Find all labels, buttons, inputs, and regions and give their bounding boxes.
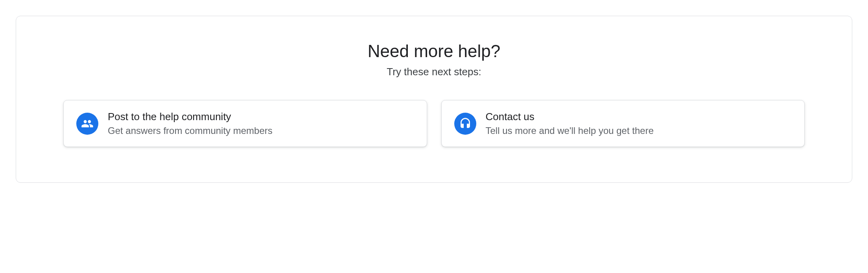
heading: Need more help? — [63, 41, 805, 61]
card-description: Tell us more and we'll help you get ther… — [486, 125, 654, 136]
headset-icon — [454, 113, 476, 135]
community-icon — [76, 113, 98, 135]
card-row: Post to the help community Get answers f… — [63, 100, 805, 147]
card-text: Contact us Tell us more and we'll help y… — [486, 111, 654, 136]
card-text: Post to the help community Get answers f… — [108, 111, 273, 136]
help-panel: Need more help? Try these next steps: Po… — [16, 16, 852, 183]
card-title: Contact us — [486, 111, 654, 123]
contact-us-card[interactable]: Contact us Tell us more and we'll help y… — [441, 100, 805, 147]
card-title: Post to the help community — [108, 111, 273, 123]
post-community-card[interactable]: Post to the help community Get answers f… — [63, 100, 427, 147]
card-description: Get answers from community members — [108, 125, 273, 136]
subheading: Try these next steps: — [63, 66, 805, 78]
